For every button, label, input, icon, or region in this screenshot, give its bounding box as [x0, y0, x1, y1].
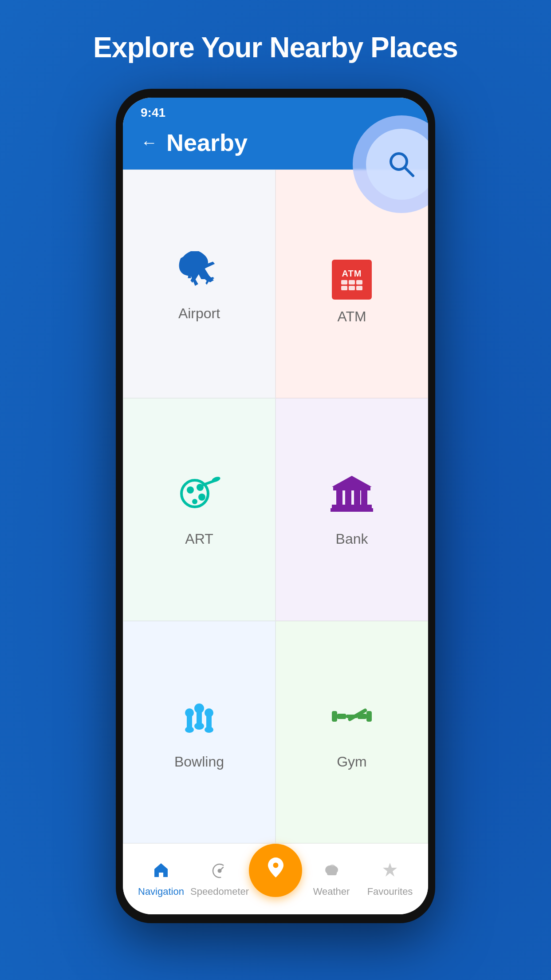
back-button[interactable]: ← [141, 133, 157, 152]
svg-rect-26 [332, 711, 337, 722]
bank-icon [330, 471, 374, 522]
svg-point-19 [185, 708, 194, 717]
category-grid: Airport ATM ATM [123, 170, 428, 843]
gym-icon [330, 694, 374, 745]
svg-point-6 [192, 499, 197, 504]
nav-item-speedometer[interactable]: Speedometer [190, 861, 249, 897]
svg-rect-10 [333, 487, 370, 490]
svg-rect-39 [327, 872, 337, 875]
weather-icon [323, 861, 340, 883]
nav-label-navigation: Navigation [138, 886, 184, 897]
phone-screen: 9:41 ← Nearby [123, 98, 428, 914]
svg-rect-15 [332, 505, 372, 508]
nav-label-speedometer: Speedometer [190, 886, 249, 897]
svg-rect-11 [336, 490, 342, 505]
search-inner [366, 129, 428, 200]
svg-line-1 [405, 167, 413, 176]
nav-center-location-button[interactable] [249, 844, 302, 897]
svg-rect-27 [337, 714, 346, 719]
nav-item-favourites[interactable]: Favourites [361, 861, 419, 897]
location-pin-icon [264, 855, 288, 885]
bowling-icon [177, 694, 221, 745]
star-icon [381, 861, 399, 883]
bottom-navigation: Navigation Speedometer [123, 843, 428, 914]
bowling-label: Bowling [174, 754, 224, 770]
svg-rect-13 [354, 490, 360, 505]
svg-point-25 [194, 703, 204, 713]
svg-point-22 [205, 708, 213, 717]
svg-marker-9 [332, 476, 372, 487]
page-title: Explore Your Nearby Places [0, 31, 551, 64]
svg-rect-30 [366, 711, 372, 722]
atm-icon: ATM [332, 243, 372, 300]
svg-marker-40 [383, 863, 397, 877]
bank-label: Bank [336, 531, 368, 547]
nav-item-weather[interactable]: Weather [302, 861, 361, 897]
svg-point-34 [218, 869, 221, 872]
nav-label-weather: Weather [313, 886, 350, 897]
category-bank[interactable]: Bank [276, 398, 428, 620]
svg-point-35 [273, 863, 278, 868]
art-icon [177, 471, 221, 522]
speedometer-icon [211, 861, 228, 883]
category-gym[interactable]: Gym [276, 621, 428, 843]
nav-label-favourites: Favourites [367, 886, 413, 897]
category-bowling[interactable]: Bowling [123, 621, 276, 843]
home-icon [152, 861, 170, 883]
phone-frame: 9:41 ← Nearby [116, 89, 435, 923]
search-icon [384, 146, 419, 182]
svg-point-3 [187, 486, 194, 494]
screen-title: Nearby [166, 129, 248, 156]
art-label: ART [185, 531, 213, 547]
svg-rect-14 [361, 490, 367, 505]
atm-label: ATM [337, 308, 366, 325]
svg-rect-16 [331, 508, 373, 512]
svg-rect-12 [345, 490, 351, 505]
svg-point-5 [198, 494, 205, 501]
airport-icon [177, 246, 221, 296]
airport-label: Airport [178, 305, 220, 322]
category-airport[interactable]: Airport [123, 170, 276, 398]
status-time: 9:41 [141, 106, 165, 119]
nav-item-navigation[interactable]: Navigation [132, 861, 190, 897]
category-art[interactable]: ART [123, 398, 276, 620]
gym-label: Gym [337, 754, 367, 770]
